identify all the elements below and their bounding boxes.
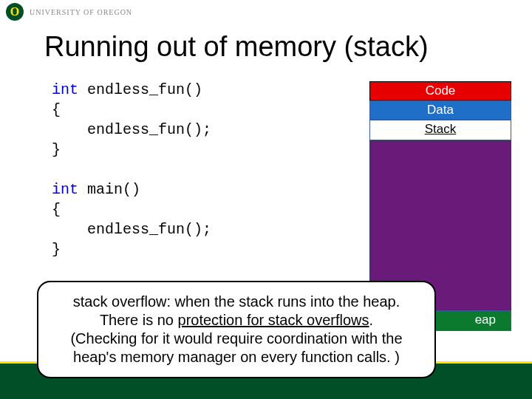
brace-close: } (52, 141, 61, 158)
segment-code: Code (369, 81, 511, 100)
segment-data: Data (369, 100, 511, 120)
slide: O UNIVERSITY OF OREGON Running out of me… (0, 0, 532, 399)
fn-signature: endless_fun() (78, 81, 202, 98)
university-name: UNIVERSITY OF OREGON (30, 8, 132, 16)
segment-heap-label: eap (475, 313, 496, 327)
code-sample: int endless_fun() { endless_fun(); } int… (52, 80, 211, 259)
fn-call: endless_fun(); (52, 121, 211, 138)
brace-close: } (52, 241, 61, 258)
callout-line-4: heap's memory manager on every function … (53, 348, 420, 366)
keyword-int: int (52, 81, 78, 98)
fn-call: endless_fun(); (52, 221, 211, 238)
brace-open: { (52, 201, 61, 218)
keyword-int: int (52, 181, 78, 198)
uo-logo: O (6, 3, 24, 21)
callout-line-2: There is no protection for stack overflo… (53, 311, 420, 330)
callout-box: stack overflow: when the stack runs into… (37, 281, 436, 378)
segment-stack: Stack (369, 120, 511, 140)
brace-open: { (52, 101, 61, 118)
callout-line-3: (Checking for it would require coordinat… (53, 330, 420, 348)
header: O UNIVERSITY OF OREGON (0, 0, 532, 24)
fn-signature: main() (78, 181, 140, 198)
callout-line-1: stack overflow: when the stack runs into… (53, 293, 420, 311)
slide-title: Running out of memory (stack) (44, 31, 517, 63)
logo-letter: O (10, 5, 19, 18)
callout-underline: protection for stack overflows (178, 312, 369, 328)
